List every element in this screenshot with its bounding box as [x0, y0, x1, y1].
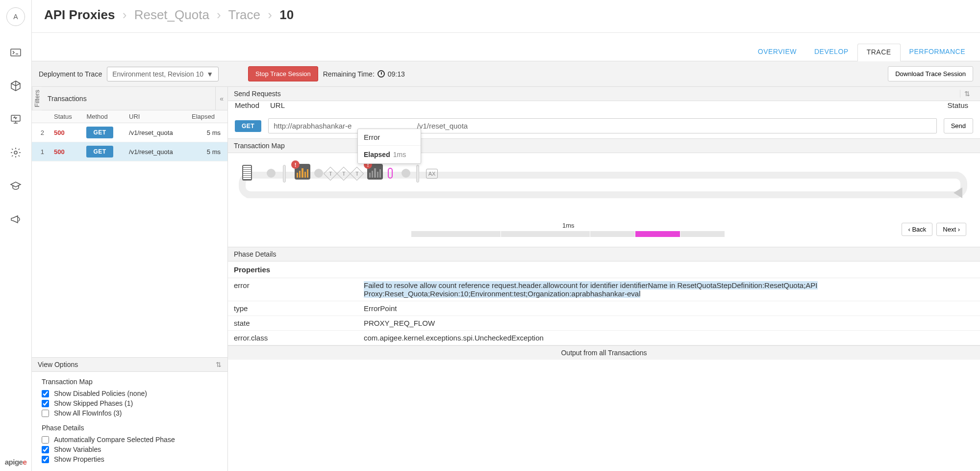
updown-icon[interactable]: ⇅ — [216, 361, 222, 368]
breadcrumb-root[interactable]: API Proxies — [44, 7, 115, 22]
chk-auto-compare[interactable] — [42, 436, 49, 444]
table-row[interactable]: 2 500 GET /v1/reset_quota 5 ms — [32, 123, 227, 142]
remaining-label: Remaining Time: — [323, 70, 375, 78]
updown-icon[interactable]: ⇅ — [960, 90, 974, 98]
tooltip-title: Error — [358, 129, 421, 146]
chk-flowinfos[interactable] — [42, 410, 49, 417]
flow-pipe[interactable] — [283, 165, 286, 183]
timeline-label: 1ms — [242, 222, 895, 229]
remaining-value: 09:13 — [388, 70, 405, 78]
brand-logo: apigee — [0, 458, 31, 466]
quota-policy-icon[interactable]: ! — [367, 164, 383, 180]
clock-icon — [377, 70, 385, 78]
tab-overview[interactable]: OVERVIEW — [749, 44, 805, 61]
col-elapsed: Elapsed — [187, 110, 227, 123]
tab-develop[interactable]: DEVELOP — [805, 44, 857, 61]
phase-section-title: Phase Details — [42, 424, 218, 432]
tmap-title: Transaction Map — [228, 139, 980, 153]
phase-details-title: Phase Details — [228, 247, 980, 262]
collapse-left-icon[interactable]: « — [215, 87, 227, 110]
client-icon[interactable] — [242, 165, 252, 181]
status-badge: 500 — [54, 129, 65, 136]
breadcrumb-proxy[interactable]: Reset_Quota — [134, 7, 209, 22]
col-method: Method — [81, 110, 124, 123]
flow-track: ! T T T ! — [235, 163, 973, 207]
flow-dot[interactable] — [314, 165, 323, 178]
method-badge[interactable]: GET — [235, 120, 261, 132]
transactions-table: Status Method URI Elapsed 2 500 GET /v1/… — [32, 110, 227, 161]
megaphone-icon[interactable] — [9, 212, 23, 226]
left-rail: A apigee — [0, 0, 32, 471]
filters-toggle[interactable]: Filters — [32, 87, 42, 110]
method-badge: GET — [86, 146, 113, 157]
tooltip: Error Elapsed1ms — [357, 129, 421, 164]
stop-trace-button[interactable]: Stop Trace Session — [248, 66, 318, 81]
quota-policy-icon[interactable]: ! — [295, 164, 310, 180]
url-label: URL — [270, 101, 285, 109]
error-phase-node[interactable] — [388, 165, 393, 179]
transactions-title: Transactions — [42, 87, 215, 110]
flow-diamond[interactable]: T — [326, 165, 335, 179]
env-select[interactable]: Environment test, Revision 10 ▼ — [107, 67, 219, 81]
ax-node[interactable]: AX — [426, 165, 438, 179]
tmap-section-title: Transaction Map — [42, 378, 218, 386]
breadcrumb-section[interactable]: Trace — [228, 7, 261, 22]
timeline[interactable] — [411, 231, 725, 237]
breadcrumb-rev: 10 — [279, 7, 294, 22]
properties-table: errorFailed to resolve allow count refer… — [228, 278, 980, 345]
flow-diamond[interactable]: T — [339, 165, 349, 179]
chk-skipped-phases[interactable] — [42, 400, 49, 407]
grad-cap-icon[interactable] — [9, 179, 23, 193]
flow-diamond[interactable]: T — [352, 165, 362, 179]
chk-show-props[interactable] — [42, 456, 49, 463]
flow-dot[interactable] — [267, 165, 276, 178]
back-button[interactable]: ‹ Back — [902, 223, 932, 236]
flow-pipe[interactable] — [416, 165, 419, 183]
tab-trace[interactable]: TRACE — [857, 44, 901, 61]
error-badge-icon: ! — [291, 160, 300, 169]
next-button[interactable]: Next › — [936, 223, 966, 236]
gear-icon[interactable] — [9, 146, 23, 159]
view-options-title: View Options — [38, 361, 216, 368]
tabs-row: OVERVIEW DEVELOP TRACE PERFORMANCE — [32, 33, 980, 61]
monitor-icon[interactable] — [9, 112, 23, 126]
send-button[interactable]: Send — [944, 118, 973, 133]
svg-point-2 — [14, 151, 17, 154]
chk-disabled-policies[interactable] — [42, 390, 49, 397]
deploy-label: Deployment to Trace — [39, 70, 102, 78]
svg-rect-0 — [11, 49, 21, 56]
caret-down-icon: ▼ — [206, 70, 213, 78]
terminal-icon[interactable] — [9, 46, 23, 59]
toolbar: Deployment to Trace Environment test, Re… — [32, 61, 980, 87]
method-label: Method — [235, 101, 263, 109]
package-icon[interactable] — [9, 79, 23, 93]
avatar[interactable]: A — [6, 7, 25, 26]
flow-dot[interactable] — [402, 165, 410, 178]
download-trace-button[interactable]: Download Trace Session — [888, 66, 973, 81]
col-uri: URI — [124, 110, 187, 123]
chk-show-vars[interactable] — [42, 446, 49, 453]
send-requests-title: Send Requests — [234, 90, 960, 98]
breadcrumb: API Proxies › Reset_Quota › Trace › 10 — [32, 0, 980, 33]
status-label: Status — [947, 101, 973, 109]
status-badge: 500 — [54, 148, 65, 156]
output-footer[interactable]: Output from all Transactions — [228, 345, 980, 360]
method-badge: GET — [86, 127, 113, 138]
col-status: Status — [49, 110, 81, 123]
table-row[interactable]: 1 500 GET /v1/reset_quota 5 ms — [32, 142, 227, 161]
tab-performance[interactable]: PERFORMANCE — [901, 44, 974, 61]
properties-title: Properties — [228, 262, 980, 278]
